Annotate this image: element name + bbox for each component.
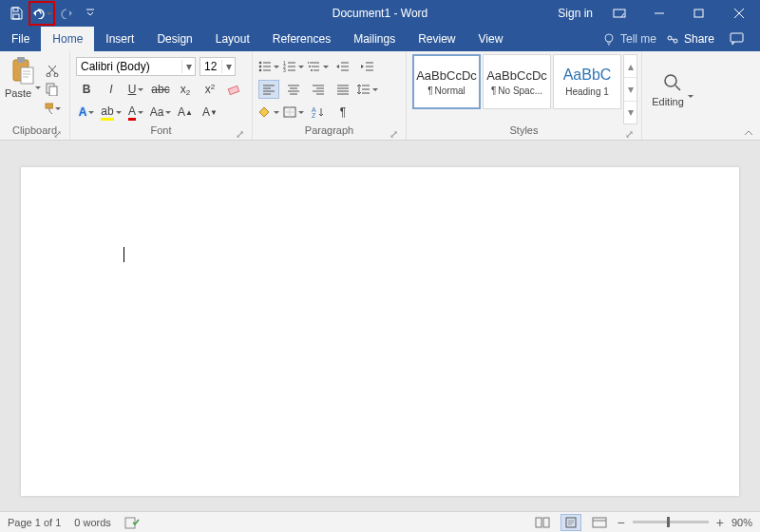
text-effects-button[interactable]: A xyxy=(76,103,97,122)
sort-button[interactable]: AZ xyxy=(308,103,329,122)
superscript-button[interactable]: x2 xyxy=(200,80,220,99)
style-heading1[interactable]: AaBbC Heading 1 xyxy=(553,54,621,109)
align-right-button[interactable] xyxy=(308,80,329,99)
format-painter-button[interactable] xyxy=(44,100,61,117)
tab-references[interactable]: References xyxy=(261,27,342,51)
qat-customize-button[interactable] xyxy=(80,3,101,24)
close-button[interactable] xyxy=(726,2,752,25)
align-center-icon xyxy=(287,84,300,95)
paste-button[interactable]: Paste xyxy=(6,54,40,124)
minimize-icon xyxy=(654,8,665,19)
gallery-down-button[interactable]: ▾ xyxy=(624,78,636,101)
styles-gallery-scroll: ▴ ▾ ▾ xyxy=(623,54,637,124)
paragraph-dialog-launcher[interactable]: ⤢ xyxy=(389,129,398,139)
zoom-level[interactable]: 90% xyxy=(732,517,752,528)
group-font: ▾ ▾ B I U abc x2 x2 A ab A Aa A▲ A▼ Font… xyxy=(70,51,253,140)
tab-insert[interactable]: Insert xyxy=(94,27,145,51)
svg-point-24 xyxy=(309,66,311,67)
font-size-dropdown[interactable]: ▾ xyxy=(221,60,235,73)
print-layout-button[interactable] xyxy=(560,514,581,531)
shrink-font-button[interactable]: A▼ xyxy=(200,103,220,122)
subscript-button[interactable]: x2 xyxy=(175,80,196,99)
clipboard-group-label: Clipboard xyxy=(12,124,57,136)
strikethrough-button[interactable]: abc xyxy=(150,80,171,99)
tell-me-search[interactable]: Tell me xyxy=(602,32,656,46)
font-size-combo[interactable]: ▾ xyxy=(200,57,236,76)
tab-file[interactable]: File xyxy=(0,27,41,51)
web-layout-button[interactable] xyxy=(589,514,610,531)
gallery-more-button[interactable]: ▾ xyxy=(624,102,636,124)
align-left-icon xyxy=(262,84,276,95)
underline-button[interactable]: U xyxy=(125,80,146,99)
tab-review[interactable]: Review xyxy=(407,27,466,51)
redo-button[interactable] xyxy=(57,3,78,24)
align-left-button[interactable] xyxy=(258,80,279,99)
numbering-button[interactable]: 123 xyxy=(283,57,304,76)
bullets-button[interactable] xyxy=(258,57,279,76)
maximize-button[interactable] xyxy=(686,2,712,25)
print-layout-icon xyxy=(564,517,578,528)
gallery-up-button[interactable]: ▴ xyxy=(624,55,636,78)
ribbon-display-options-button[interactable] xyxy=(606,2,633,25)
svg-point-5 xyxy=(668,36,672,40)
undo-button[interactable] xyxy=(31,3,52,24)
find-icon xyxy=(662,72,683,93)
svg-point-6 xyxy=(674,39,677,43)
increase-indent-button[interactable] xyxy=(357,57,378,76)
clipboard-dialog-launcher[interactable]: ⤢ xyxy=(52,129,62,139)
chevron-down-icon xyxy=(86,9,95,18)
read-mode-icon xyxy=(535,517,550,528)
zoom-in-button[interactable]: + xyxy=(716,515,724,530)
editing-menu[interactable]: Editing xyxy=(648,54,697,124)
clear-formatting-button[interactable] xyxy=(224,80,245,99)
copy-button[interactable] xyxy=(44,81,61,98)
style-no-spacing[interactable]: AaBbCcDc ¶No Spac... xyxy=(483,54,551,109)
cut-button[interactable] xyxy=(44,62,61,79)
zoom-slider[interactable] xyxy=(633,521,709,523)
shading-icon xyxy=(258,106,272,118)
show-hide-button[interactable]: ¶ xyxy=(332,103,353,122)
change-case-button[interactable]: Aa xyxy=(150,103,171,122)
comment-icon xyxy=(730,32,745,46)
font-color-button[interactable]: A xyxy=(125,103,146,122)
spell-check-button[interactable] xyxy=(124,516,140,529)
zoom-out-button[interactable]: − xyxy=(618,515,625,530)
shading-button[interactable] xyxy=(258,103,279,122)
group-clipboard: Paste Clipboard⤢ xyxy=(0,51,70,140)
font-name-dropdown[interactable]: ▾ xyxy=(181,60,195,73)
italic-button[interactable]: I xyxy=(101,80,122,99)
collapse-ribbon-button[interactable] xyxy=(743,128,754,138)
sign-in-link[interactable]: Sign in xyxy=(558,7,593,20)
bold-button[interactable]: B xyxy=(76,80,97,99)
font-name-combo[interactable]: ▾ xyxy=(76,57,196,76)
justify-button[interactable] xyxy=(332,80,353,99)
proofing-icon xyxy=(124,516,140,529)
font-dialog-launcher[interactable]: ⤢ xyxy=(235,129,244,139)
word-count[interactable]: 0 words xyxy=(74,517,111,528)
font-size-input[interactable] xyxy=(200,58,221,75)
font-name-input[interactable] xyxy=(77,58,181,75)
line-spacing-button[interactable] xyxy=(357,80,378,99)
tab-view[interactable]: View xyxy=(467,27,515,51)
tell-me-label: Tell me xyxy=(620,32,656,46)
document-page[interactable] xyxy=(21,167,739,496)
borders-button[interactable] xyxy=(283,103,304,122)
grow-font-button[interactable]: A▲ xyxy=(175,103,196,122)
read-mode-button[interactable] xyxy=(532,514,553,531)
tab-design[interactable]: Design xyxy=(145,27,203,51)
comments-button[interactable] xyxy=(724,28,750,50)
minimize-button[interactable] xyxy=(646,2,673,25)
highlight-button[interactable]: ab xyxy=(101,103,122,122)
share-button[interactable]: Share xyxy=(666,32,714,46)
multilevel-list-button[interactable] xyxy=(308,57,329,76)
tab-layout[interactable]: Layout xyxy=(204,27,261,51)
styles-dialog-launcher[interactable]: ⤢ xyxy=(624,129,634,139)
tab-home[interactable]: Home xyxy=(41,27,94,51)
zoom-slider-thumb[interactable] xyxy=(667,517,670,527)
align-center-button[interactable] xyxy=(283,80,304,99)
save-button[interactable] xyxy=(6,3,27,24)
style-normal[interactable]: AaBbCcDc ¶Normal xyxy=(412,54,481,109)
decrease-indent-button[interactable] xyxy=(332,57,353,76)
page-indicator[interactable]: Page 1 of 1 xyxy=(8,517,61,528)
tab-mailings[interactable]: Mailings xyxy=(342,27,407,51)
